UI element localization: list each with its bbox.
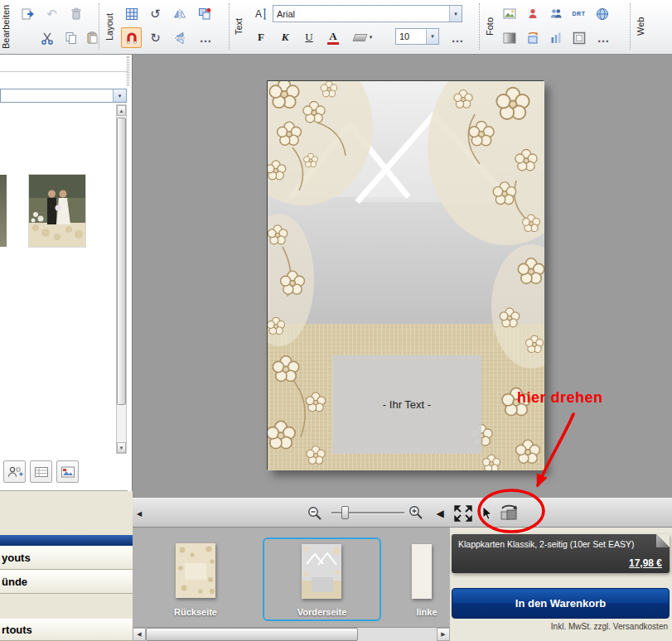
accordion-label: youts	[2, 552, 31, 564]
zoom-slider-thumb[interactable]	[341, 506, 349, 519]
rotate-right-icon: ↻	[150, 31, 161, 44]
accordion-label: ünde	[2, 576, 27, 588]
ribbon-separator	[630, 3, 631, 50]
flip-horizontal-button[interactable]	[169, 3, 190, 24]
snap-magnet-button[interactable]	[121, 27, 142, 48]
wedding-photo	[29, 175, 85, 247]
font-color-button[interactable]: A	[323, 27, 343, 47]
redeye-person-button[interactable]	[522, 3, 543, 24]
insert-text-button[interactable]: A	[250, 3, 271, 24]
copy-button[interactable]	[60, 27, 81, 48]
add-to-cart-button[interactable]: In den Warenkorb	[452, 588, 670, 619]
people-blue-icon	[549, 7, 563, 22]
photo-collage-button[interactable]	[499, 3, 520, 24]
more-text-button[interactable]: …	[445, 27, 470, 48]
album-dropdown-arrow[interactable]: ▾	[113, 89, 126, 102]
frame-button[interactable]	[568, 27, 589, 48]
photo-thumbnail-partial[interactable]	[0, 175, 7, 247]
zoom-out-button[interactable]	[305, 504, 325, 523]
accordion-item-backgrounds[interactable]: ünde	[0, 570, 133, 594]
italic-button[interactable]: K	[275, 27, 295, 47]
photo-list	[0, 103, 128, 491]
card-text-placeholder[interactable]: - Ihr Text -	[332, 355, 481, 454]
arrange-layers-icon	[197, 7, 212, 22]
page-thumb-front-selected[interactable]: Vorderseite	[263, 537, 381, 621]
delete-button[interactable]	[65, 3, 86, 24]
grid-button[interactable]	[121, 3, 142, 24]
sidebar-header	[0, 55, 128, 72]
accordion-label: rtouts	[2, 624, 32, 636]
sidebar-scrollbar-thumb[interactable]	[117, 118, 126, 405]
more-icon: …	[200, 31, 212, 44]
scroll-up-button[interactable]: ▲	[117, 105, 126, 116]
undo-button[interactable]: ↶	[41, 3, 62, 24]
sidebar-scrollbar-track[interactable]	[117, 116, 126, 442]
copy-icon	[64, 31, 79, 46]
ribbon-separator	[479, 3, 480, 50]
font-size-select[interactable]: 10 ▾	[395, 28, 439, 45]
italic-label: K	[282, 31, 289, 44]
more-layout-button[interactable]: …	[193, 27, 218, 48]
cut-button[interactable]	[36, 27, 57, 48]
people-tool-button[interactable]	[3, 460, 26, 483]
rotate-object-right-button[interactable]: ↻	[145, 27, 166, 48]
gradient-button[interactable]	[499, 27, 520, 48]
accordion-item-passepartouts[interactable]: rtouts	[0, 619, 133, 641]
scroll-right-button[interactable]: ▶	[437, 628, 450, 641]
scroll-left-icon: ◀	[137, 631, 141, 638]
page-thumb-inner-left[interactable]	[412, 544, 432, 599]
accordion-item-selected[interactable]	[0, 535, 133, 546]
trash-icon	[69, 7, 84, 22]
underline-button[interactable]: U	[299, 27, 319, 47]
album-select[interactable]: ▾	[0, 89, 127, 103]
zoom-in-button[interactable]	[406, 504, 426, 522]
font-family-select[interactable]: Arial ▾	[273, 5, 462, 22]
list-view-button[interactable]	[30, 460, 52, 483]
portrait-people-button[interactable]	[545, 3, 566, 24]
bold-button[interactable]: F	[251, 27, 271, 47]
fill-color-button[interactable]: ▾	[349, 27, 377, 47]
page-thumb-back[interactable]	[176, 543, 215, 598]
photo-thumbnail-wedding[interactable]	[29, 175, 85, 247]
collapse-panel-button[interactable]: ◀	[134, 506, 144, 521]
application-window: Bearbeiten ↶ Layout ↺ ↻	[0, 0, 672, 641]
pages-scrollbar[interactable]: ◀ ▶	[133, 627, 450, 641]
zoom-slider[interactable]	[331, 505, 404, 520]
image-view-button[interactable]	[56, 460, 79, 483]
page-label-front: Vorderseite	[264, 607, 380, 617]
sidebar-scrollbar[interactable]: ▲ ▼	[116, 104, 127, 454]
page-thumb-front[interactable]	[302, 544, 341, 599]
panel-splitter-handle[interactable]	[127, 56, 129, 86]
pointer-tool-button[interactable]	[480, 504, 493, 523]
web-upload-button[interactable]	[591, 3, 613, 24]
photo-rotate-button[interactable]	[522, 27, 543, 48]
previous-page-button[interactable]: ◀	[434, 506, 446, 521]
scroll-up-icon: ▲	[119, 108, 124, 113]
more-foto-button[interactable]: …	[591, 27, 616, 48]
flip-vertical-button[interactable]	[169, 27, 190, 48]
paste-button[interactable]	[82, 27, 103, 48]
share-export-button[interactable]	[17, 3, 38, 24]
scroll-down-button[interactable]: ▼	[117, 442, 126, 453]
font-size-dropdown-arrow[interactable]: ▾	[426, 29, 438, 44]
sidebar-panel: ▾ ▲ ▼	[0, 55, 133, 641]
font-family-dropdown-arrow[interactable]: ▾	[449, 6, 462, 22]
fullscreen-fit-button[interactable]	[451, 504, 476, 523]
ribbon-group-layout-label: Layout	[104, 0, 114, 53]
rotate-object-left-button[interactable]: ↺	[145, 3, 166, 24]
pages-scrollbar-thumb[interactable]	[146, 628, 358, 641]
product-price[interactable]: 17,98 €	[629, 557, 662, 569]
scroll-left-button[interactable]: ◀	[133, 628, 146, 641]
accordion-item-layouts[interactable]: youts	[0, 546, 133, 570]
fill-color-dropdown-arrow: ▾	[370, 34, 373, 41]
drt-correction-button[interactable]: DRT	[568, 3, 589, 24]
card-front-page[interactable]: - Ihr Text -	[267, 80, 544, 470]
pages-scrollbar-track[interactable]	[146, 628, 437, 641]
person-red-icon	[525, 7, 540, 22]
rotate-view-button[interactable]	[494, 502, 524, 525]
scissors-icon	[40, 31, 55, 46]
arrange-layers-button[interactable]	[193, 3, 216, 24]
levels-button[interactable]	[545, 27, 566, 48]
viewer-toolbar: ◀ ◀	[133, 498, 672, 528]
font-family-value: Arial	[273, 9, 449, 19]
